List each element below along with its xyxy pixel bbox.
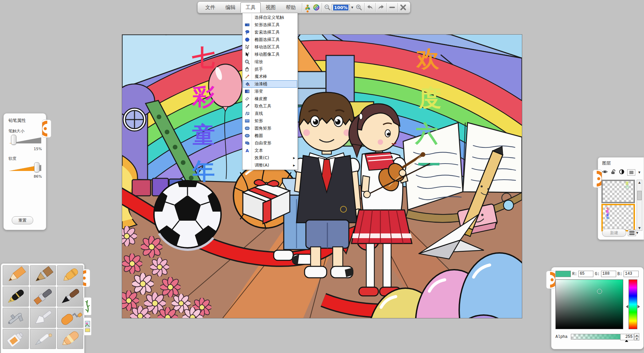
color-cursor[interactable] — [597, 289, 602, 294]
tools-menu-item-圆角矩形[interactable]: 圆角矩形 — [243, 125, 297, 132]
menu-button-文件[interactable]: 文件 — [200, 2, 220, 13]
tools-menu-item-橡皮擦[interactable]: 橡皮擦 — [243, 95, 297, 102]
zoom-out-icon[interactable] — [323, 3, 332, 12]
tools-menu-item-文本[interactable]: A文本 — [243, 147, 297, 154]
right-text-char: 度 — [418, 85, 441, 111]
reset-button[interactable]: 重置 — [12, 216, 33, 224]
brush-fountain-pen[interactable] — [3, 286, 29, 307]
redo-icon[interactable] — [377, 3, 385, 12]
tools-menu-item-移动选区工具[interactable]: 移动选区工具 — [243, 43, 297, 51]
tools-menu-item-套索选择工具[interactable]: 套索选择工具 — [243, 29, 297, 36]
tools-menu-item-抓手[interactable]: 抓手 — [243, 65, 297, 73]
notification-dot — [307, 10, 309, 12]
layer-thumbnail-2[interactable]: 七彩童年 — [601, 204, 635, 231]
zoom-dropdown-caret[interactable]: ▼ — [350, 4, 355, 11]
layer-options-caret[interactable]: ▼ — [636, 231, 638, 234]
app-logo-swirl-icon[interactable] — [312, 3, 321, 12]
brush-airbrush[interactable] — [3, 308, 29, 328]
svg-text:A: A — [246, 148, 249, 153]
brush-flat-brush[interactable] — [30, 286, 56, 307]
tools-menu-item-调整(A)[interactable]: 调整(A)▶ — [243, 162, 297, 169]
tools-menu-item-缩放[interactable]: 缩放 — [243, 58, 297, 65]
brush-paint-roller[interactable] — [57, 308, 83, 328]
tools-menu-item-椭圆选择工具[interactable]: 椭圆选择工具 — [243, 36, 297, 43]
brush-ink-brush[interactable] — [57, 286, 83, 307]
brush-size-slider[interactable] — [8, 135, 42, 145]
left-text-char: 彩 — [192, 83, 215, 110]
lasso-icon — [243, 30, 252, 35]
menu-button-工具[interactable]: 工具 — [240, 2, 261, 13]
softness-slider-thumb[interactable] — [34, 162, 40, 172]
brush-grid — [1, 264, 84, 351]
layer-options-icon[interactable] — [628, 230, 636, 236]
new-layer-button[interactable]: 新建 — [602, 229, 626, 237]
hue-marker-right[interactable] — [638, 305, 640, 308]
tools-menu-item-油漆桶[interactable]: 油漆桶 — [243, 80, 297, 88]
menu-button-编辑[interactable]: 编辑 — [220, 2, 240, 13]
contrast-circle-icon[interactable] — [619, 169, 625, 176]
hue-marker-left[interactable] — [626, 305, 628, 308]
tools-menu-item-移动图像工具[interactable]: 移动图像工具 — [243, 51, 297, 58]
ellipse-select-icon — [243, 37, 252, 42]
scroll-track[interactable] — [637, 185, 642, 226]
tools-menu-item-label: 椭圆选择工具 — [252, 36, 297, 43]
tools-menu-item-椭圆[interactable]: 椭圆 — [243, 132, 297, 139]
small-ball — [503, 200, 514, 210]
alpha-increment-icon[interactable]: ▲ — [634, 333, 639, 337]
zoom-in-icon[interactable] — [355, 3, 363, 12]
green-field[interactable]: 188 — [601, 271, 616, 277]
scroll-down-icon[interactable]: ▼ — [638, 226, 641, 230]
red-field[interactable]: 65 — [578, 271, 593, 277]
lock-open-icon[interactable] — [610, 169, 616, 176]
brush-pencil-sharp[interactable] — [3, 265, 29, 285]
brush-crayon[interactable] — [57, 265, 83, 285]
tools-menu-item-渐变[interactable]: 渐变 — [243, 88, 297, 95]
menu-button-视图[interactable]: 视图 — [261, 2, 281, 13]
drawing-canvas[interactable]: 七 彩 童 年 欢 度 六 一 — [122, 35, 522, 318]
zoom-level-field[interactable]: 100% — [332, 4, 350, 11]
tools-menu-item-label: 渐变 — [252, 88, 297, 95]
close-icon[interactable] — [399, 3, 408, 12]
tools-menu-item-魔术棒[interactable]: 魔术棒 — [243, 73, 297, 80]
tools-menu-item-自由变形[interactable]: 自由变形 — [243, 139, 297, 147]
toolbar-divider — [397, 3, 398, 12]
tools-menu-item-label: 矩形 — [252, 117, 297, 125]
alpha-decrement-icon[interactable]: ▼ — [634, 337, 639, 341]
brush-paint-tube[interactable] — [3, 329, 29, 349]
app-logo-figure-icon[interactable] — [303, 3, 312, 12]
hue-bar[interactable] — [629, 279, 637, 329]
layer-menu-caret[interactable]: ▼ — [638, 171, 640, 174]
tools-menu-item-label: 移动图像工具 — [252, 51, 297, 58]
brush-eraser-stick[interactable] — [57, 329, 83, 349]
scroll-up-icon[interactable]: ▲ — [638, 180, 641, 185]
brush-liner-brush[interactable] — [30, 329, 56, 349]
left-text-char: 年 — [192, 158, 215, 184]
layer-thumbnail-1[interactable]: 度六 — [601, 180, 635, 203]
tools-menu-item-直线[interactable]: 直线 — [243, 110, 297, 117]
minimize-icon[interactable] — [388, 3, 396, 12]
visibility-eye-icon[interactable] — [602, 169, 608, 176]
tools-menu-item-取色工具[interactable]: 取色工具 — [243, 102, 297, 110]
right-text-char: 欢 — [416, 45, 439, 72]
zoom-level-value: 100% — [333, 5, 348, 10]
tools-menu-item-效果(C)[interactable]: 效果(C)▶ — [243, 154, 297, 162]
text-icon: A — [243, 148, 252, 153]
brush-palette-knife[interactable] — [30, 308, 56, 328]
bamboo-brush-icon[interactable] — [84, 297, 92, 315]
softness-slider[interactable] — [8, 163, 42, 173]
alpha-value-field[interactable]: 255 — [620, 334, 634, 340]
blue-field[interactable]: 143 — [624, 271, 639, 277]
undo-icon[interactable] — [366, 3, 374, 12]
saturation-value-square[interactable] — [555, 279, 623, 329]
brush-pencil-wood[interactable] — [30, 265, 56, 285]
menu-button-帮助[interactable]: 帮助 — [281, 2, 301, 13]
tools-menu-item-label: 套索选择工具 — [252, 29, 297, 36]
layer-menu-icon[interactable] — [627, 169, 635, 176]
brush-size-slider-thumb[interactable] — [11, 135, 16, 145]
layer-scrollbar[interactable]: ▲ ▼ — [637, 180, 642, 231]
scroll-thumb[interactable] — [637, 191, 642, 200]
tools-menu-item-矩形[interactable]: 矩形 — [243, 117, 297, 125]
tools-menu-item-选择自定义笔触[interactable]: 选择自定义笔触 — [243, 14, 297, 21]
pattern-stamp-icon[interactable] — [84, 317, 92, 336]
tools-menu-item-矩形选择工具[interactable]: 矩形选择工具 — [243, 21, 297, 29]
